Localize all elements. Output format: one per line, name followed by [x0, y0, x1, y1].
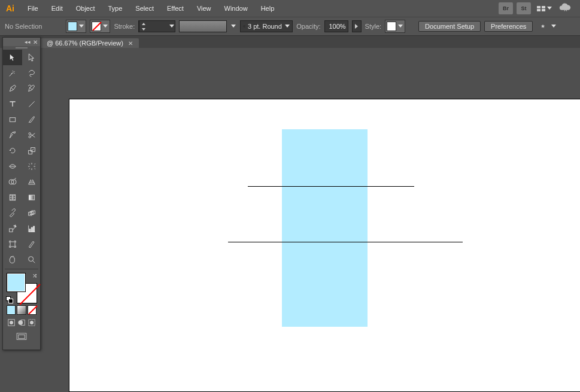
opacity-value-field[interactable]: 100% [324, 20, 348, 32]
chevron-down-icon [284, 23, 290, 29]
pen-tool[interactable] [3, 81, 22, 96]
scissors-tool[interactable] [22, 127, 41, 143]
menu-window[interactable]: Window [218, 3, 254, 14]
color-mode-none-button[interactable] [28, 305, 37, 315]
svg-point-22 [10, 321, 13, 324]
stock-app-icon[interactable]: St [517, 2, 531, 14]
canvas-line-2[interactable] [228, 242, 463, 242]
svg-point-26 [30, 321, 33, 324]
control-bar: No Selection Stroke: 3 pt. Round Opacity… [0, 17, 580, 36]
stroke-increase-button[interactable] [139, 21, 147, 26]
stroke-weight-label: Stroke: [114, 23, 135, 30]
draw-normal-button[interactable] [7, 318, 16, 328]
direct-selection-tool[interactable] [22, 50, 41, 65]
opacity-popup-button[interactable] [352, 20, 362, 32]
gradient-tool[interactable] [22, 190, 41, 205]
menu-view[interactable]: View [191, 3, 217, 14]
style-swatch [387, 22, 396, 31]
selection-tool[interactable] [3, 50, 22, 65]
canvas-rectangle-shape[interactable] [282, 129, 368, 327]
default-fill-stroke-icon[interactable] [6, 296, 13, 303]
shape-builder-tool[interactable] [3, 174, 22, 190]
canvas-line-1[interactable] [248, 186, 414, 187]
svg-rect-17 [31, 227, 32, 232]
svg-point-13 [14, 226, 14, 226]
type-tool[interactable] [3, 96, 22, 112]
stroke-weight-field[interactable] [147, 22, 169, 31]
sync-settings-icon[interactable] [558, 2, 572, 15]
close-icon[interactable]: ✕ [128, 40, 133, 47]
bridge-app-icon[interactable]: Br [499, 2, 513, 14]
symbol-sprayer-tool[interactable] [3, 221, 22, 236]
blend-tool[interactable] [22, 205, 41, 221]
brush-definition-dropdown[interactable]: 3 pt. Round [240, 20, 293, 32]
tools-panel-header[interactable]: ◂◂ ✕ [3, 38, 40, 46]
eyedropper-tool[interactable] [3, 205, 22, 221]
rotate-tool[interactable] [3, 143, 22, 159]
tools-panel: ◂◂ ✕ ⤭ [2, 37, 41, 350]
swap-fill-stroke-icon[interactable]: ⤭ [32, 272, 37, 279]
fill-indicator[interactable] [7, 273, 26, 292]
menu-file[interactable]: File [22, 3, 44, 14]
menu-type[interactable]: Type [102, 3, 129, 14]
menu-select[interactable]: Select [129, 3, 160, 14]
chevron-down-icon [102, 23, 108, 29]
preferences-button[interactable]: Preferences [484, 21, 533, 32]
collapse-icon[interactable]: ◂◂ [25, 39, 31, 45]
width-tool[interactable] [3, 159, 22, 174]
color-mode-solid-button[interactable] [7, 305, 16, 315]
paintbrush-tool[interactable] [22, 112, 41, 127]
bullet-icon [243, 25, 245, 28]
hand-tool[interactable] [3, 252, 22, 268]
shaper-tool[interactable] [3, 127, 22, 143]
svg-point-14 [15, 225, 16, 226]
stroke-color-control[interactable] [90, 20, 110, 33]
chevron-down-icon[interactable] [169, 23, 175, 29]
chevron-down-icon[interactable] [230, 23, 236, 29]
fill-stroke-indicator[interactable]: ⤭ [7, 273, 37, 303]
artboard-tool[interactable] [3, 236, 22, 252]
menu-edit[interactable]: Edit [45, 3, 69, 14]
magic-wand-tool[interactable] [3, 65, 22, 81]
lasso-tool[interactable] [22, 65, 41, 81]
control-flyout-button[interactable] [536, 20, 549, 33]
change-screen-mode-button[interactable] [16, 333, 27, 342]
close-icon[interactable]: ✕ [33, 39, 38, 45]
stroke-decrease-button[interactable] [139, 26, 147, 32]
menu-object[interactable]: Object [70, 3, 101, 14]
column-graph-tool[interactable] [22, 221, 41, 236]
draw-behind-button[interactable] [17, 318, 26, 328]
svg-point-1 [29, 133, 31, 135]
document-tab[interactable]: @ 66.67% (RGB/Preview) ✕ [41, 38, 139, 48]
style-label: Style: [365, 23, 382, 30]
chevron-down-icon [78, 23, 84, 29]
rectangle-tool[interactable] [3, 112, 22, 127]
menu-help[interactable]: Help [255, 3, 281, 14]
artboard[interactable] [69, 99, 580, 392]
stroke-weight-input[interactable] [138, 20, 175, 32]
arrange-documents-button[interactable] [535, 4, 555, 13]
perspective-grid-tool[interactable] [22, 174, 41, 190]
scale-tool[interactable] [22, 143, 41, 159]
variable-width-profile-dropdown[interactable] [179, 20, 227, 32]
document-setup-button[interactable]: Document Setup [418, 21, 481, 32]
graphic-style-dropdown[interactable] [385, 20, 405, 33]
svg-rect-18 [34, 226, 35, 232]
svg-rect-19 [10, 242, 15, 247]
color-mode-gradient-button[interactable] [17, 305, 26, 315]
stroke-swatch [92, 22, 101, 31]
chevron-down-icon [546, 5, 552, 11]
chevron-down-icon[interactable] [551, 23, 557, 29]
slice-tool[interactable] [22, 236, 41, 252]
fill-swatch [68, 22, 77, 31]
menubar: Ai File Edit Object Type Select Effect V… [0, 0, 580, 17]
mesh-tool[interactable] [3, 190, 22, 205]
line-segment-tool[interactable] [22, 96, 41, 112]
selection-status-label: No Selection [5, 23, 42, 30]
zoom-tool[interactable] [22, 252, 41, 268]
curvature-tool[interactable] [22, 81, 41, 96]
fill-color-control[interactable] [66, 20, 86, 33]
draw-inside-button[interactable] [28, 318, 36, 328]
menu-effect[interactable]: Effect [161, 3, 190, 14]
free-transform-tool[interactable] [22, 159, 41, 174]
